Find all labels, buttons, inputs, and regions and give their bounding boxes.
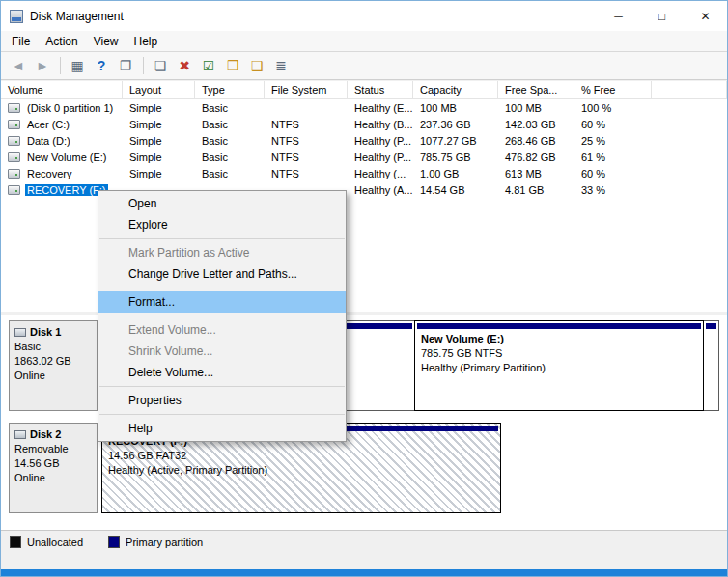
disk-status: Online: [14, 369, 92, 383]
minimize-button[interactable]: ─: [597, 1, 640, 31]
status-cell: Healthy (E...: [348, 102, 413, 114]
status-cell: Healthy (...: [348, 168, 413, 179]
menu-item-explore[interactable]: Explore: [98, 214, 346, 235]
column-header-type[interactable]: Type: [195, 81, 265, 99]
column-header-percent-free[interactable]: % Free: [574, 81, 652, 99]
volume-label: Acer (C:): [25, 119, 71, 130]
disk2-header[interactable]: Disk 2 Removable 14.56 GB Online: [9, 423, 98, 513]
back-icon[interactable]: ◄: [7, 55, 30, 76]
table-row[interactable]: Data (D:) Simple Basic NTFS Healthy (P..…: [1, 132, 727, 149]
legend-label: Unallocated: [27, 536, 83, 548]
console-window-icon[interactable]: ❐: [114, 55, 137, 76]
maximize-button[interactable]: □: [640, 1, 684, 31]
disk-size: 1863.02 GB: [14, 354, 92, 369]
menu-separator: [99, 414, 345, 415]
table-row[interactable]: New Volume (E:) Simple Basic NTFS Health…: [1, 149, 727, 165]
partition-box[interactable]: [704, 320, 719, 411]
menu-view[interactable]: View: [86, 31, 126, 51]
table-row[interactable]: Recovery Simple Basic NTFS Healthy (... …: [1, 165, 727, 181]
volume-label: (Disk 0 partition 1): [25, 102, 115, 114]
context-menu: Open Explore Mark Partition as Active Ch…: [98, 190, 347, 442]
disk-name: Disk 1: [30, 325, 61, 340]
partition-detail: 785.75 GB NTFS: [421, 346, 697, 361]
volume-label: New Volume (E:): [25, 151, 109, 163]
column-header-file-system[interactable]: File System: [265, 81, 348, 99]
drive-icon: [8, 152, 20, 162]
layout-cell: Simple: [123, 135, 195, 147]
layout-cell: Simple: [123, 168, 195, 179]
free-space-cell: 613 MB: [498, 168, 574, 179]
column-header-volume[interactable]: Volume: [1, 81, 123, 99]
menu-file[interactable]: File: [4, 31, 38, 51]
column-header-filler: [652, 81, 727, 99]
column-header-capacity[interactable]: Capacity: [413, 81, 498, 99]
task-check-icon[interactable]: ☑: [197, 55, 220, 76]
partition-status: Healthy (Primary Partition): [421, 361, 697, 375]
menu-bar: File Action View Help: [1, 31, 727, 52]
volume-label: Data (D:): [25, 135, 72, 147]
status-cell: Healthy (P...: [348, 151, 413, 163]
drive-icon: [8, 185, 20, 195]
help-icon[interactable]: ?: [90, 55, 113, 76]
disk1-header[interactable]: Disk 1 Basic 1863.02 GB Online: [9, 320, 98, 411]
toolbar: ◄ ► ▦ ? ❐ ❏ ✖ ☑ ❒ ❑ ≣: [1, 52, 727, 80]
table-row[interactable]: Acer (C:) Simple Basic NTFS Healthy (B..…: [1, 116, 727, 132]
menu-item-change-drive-letter-and-paths[interactable]: Change Drive Letter and Paths...: [98, 263, 346, 285]
volume-label: Recovery: [25, 168, 73, 179]
legend-bar: Unallocated Primary partition: [1, 530, 727, 553]
partition-detail: 14.56 GB FAT32: [108, 449, 494, 463]
capacity-cell: 237.36 GB: [413, 119, 498, 130]
document-icon[interactable]: ❑: [245, 55, 268, 76]
menu-item-format[interactable]: Format...: [98, 291, 346, 313]
toolbar-separator: [60, 57, 61, 74]
volume-cell: Acer (C:): [1, 119, 123, 130]
delete-icon[interactable]: ✖: [173, 55, 196, 76]
disk-name: Disk 2: [30, 427, 61, 442]
window-title: Disk Management: [30, 10, 124, 23]
status-cell: Healthy (A...: [348, 184, 413, 196]
menu-separator: [99, 238, 345, 239]
menu-separator: [99, 288, 345, 288]
filesystem-cell: NTFS: [265, 168, 348, 179]
menu-action[interactable]: Action: [38, 31, 85, 51]
folder-icon[interactable]: ❒: [221, 55, 244, 76]
list-icon[interactable]: ≣: [269, 55, 293, 76]
percent-free-cell: 60 %: [574, 168, 652, 179]
menu-item-mark-partition-as-active: Mark Partition as Active: [98, 242, 346, 263]
filesystem-cell: NTFS: [265, 151, 348, 163]
menu-item-properties[interactable]: Properties: [98, 390, 346, 411]
window-bottom-edge: [1, 569, 727, 577]
column-header-free-space[interactable]: Free Spa...: [498, 81, 574, 99]
layout-cell: Simple: [123, 119, 195, 130]
toolbar-separator: [143, 57, 144, 74]
free-space-cell: 100 MB: [498, 102, 574, 114]
close-button[interactable]: ✕: [684, 1, 727, 31]
percent-free-cell: 33 %: [574, 184, 652, 196]
action-pane-icon[interactable]: ❏: [149, 55, 172, 76]
table-row[interactable]: (Disk 0 partition 1) Simple Basic Health…: [1, 99, 727, 116]
capacity-cell: 14.54 GB: [413, 184, 498, 196]
column-header-status[interactable]: Status: [348, 81, 413, 99]
window-controls: ─ □ ✕: [597, 1, 727, 31]
type-cell: Basic: [195, 119, 265, 130]
type-cell: Basic: [195, 135, 265, 147]
legend-unallocated: Unallocated: [10, 536, 83, 548]
type-cell: Basic: [195, 151, 265, 163]
disk-size: 14.56 GB: [14, 456, 92, 471]
disk-icon: [14, 328, 26, 337]
menu-separator: [99, 316, 345, 316]
legend-label: Primary partition: [126, 536, 203, 548]
legend-primary-partition: Primary partition: [108, 536, 203, 548]
type-cell: Basic: [195, 102, 265, 114]
menu-help[interactable]: Help: [126, 31, 166, 51]
volume-cell: (Disk 0 partition 1): [1, 102, 123, 114]
menu-item-delete-volume[interactable]: Delete Volume...: [98, 362, 346, 383]
console-tree-icon[interactable]: ▦: [66, 55, 89, 76]
column-header-layout[interactable]: Layout: [123, 81, 195, 99]
forward-icon[interactable]: ►: [31, 55, 54, 76]
menu-item-open[interactable]: Open: [98, 193, 346, 214]
partition-box-new-volume[interactable]: New Volume (E:) 785.75 GB NTFS Healthy (…: [414, 320, 704, 411]
menu-item-help[interactable]: Help: [98, 418, 346, 439]
capacity-cell: 1.00 GB: [413, 168, 498, 179]
table-header: Volume Layout Type File System Status Ca…: [1, 81, 727, 99]
